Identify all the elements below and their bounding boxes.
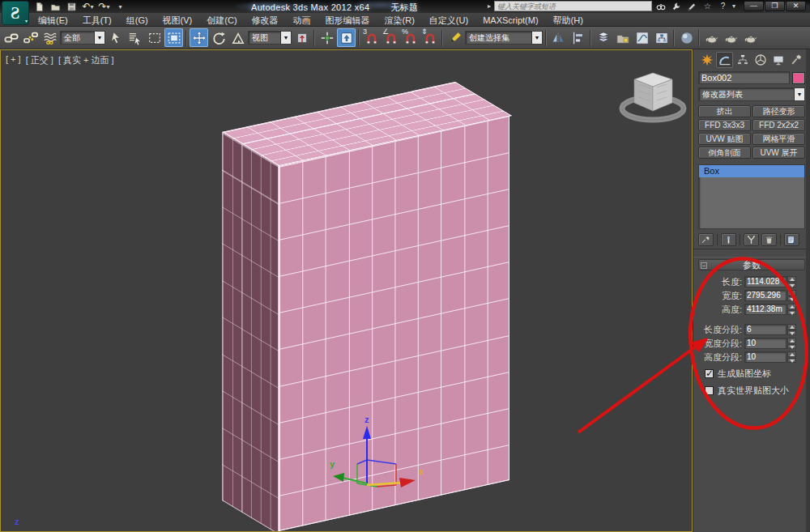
render-production-button[interactable] — [741, 28, 760, 47]
open-file-button[interactable] — [49, 1, 62, 12]
material-editor-button[interactable] — [677, 28, 696, 47]
extrude-button[interactable]: 挤出 — [698, 105, 751, 117]
tab-create[interactable] — [698, 52, 715, 68]
ffd-3x3x3-button[interactable]: FFD 3x3x3 — [698, 119, 751, 131]
spinner-down-icon[interactable] — [787, 358, 796, 364]
height-field[interactable]: 4112.38m — [744, 304, 787, 315]
favorites-button[interactable]: ☆ — [701, 1, 714, 11]
path-deform-button[interactable]: 路径变形 — [752, 105, 805, 117]
spinner-up-icon[interactable] — [787, 324, 796, 330]
make-unique-button[interactable] — [744, 233, 759, 246]
generate-mapping-coords-checkbox[interactable] — [705, 369, 714, 378]
menu-customize[interactable]: 自定义(U) — [422, 14, 475, 27]
select-object-button[interactable] — [106, 28, 125, 47]
help-dropdown-icon[interactable]: ▾ — [732, 2, 735, 10]
menu-group[interactable]: 组(G) — [119, 14, 156, 27]
object-color-swatch[interactable] — [792, 72, 805, 84]
menu-help[interactable]: 帮助(H) — [546, 14, 590, 27]
select-by-name-button[interactable] — [126, 28, 144, 47]
toggle-scene-explorer-button[interactable] — [613, 28, 632, 47]
perspective-viewport[interactable]: [ + ] [ 正交 ] [ 真实 + 边面 ] z — [0, 49, 693, 532]
spinner-down-icon[interactable] — [787, 283, 796, 288]
length-segs-spinner[interactable] — [787, 324, 796, 335]
height-segs-field[interactable]: 10 — [744, 351, 787, 363]
edit-named-selection-sets-button[interactable] — [446, 28, 464, 47]
menu-animation[interactable]: 动画 — [286, 14, 318, 27]
spinner-up-icon[interactable] — [787, 338, 796, 343]
layer-manager-button[interactable] — [594, 28, 612, 47]
align-button[interactable] — [569, 28, 587, 47]
modifier-list-dropdown[interactable]: 修改器列表 ▼ — [698, 87, 805, 101]
subscription-button[interactable] — [671, 1, 683, 11]
keyboard-shortcut-override-toggle[interactable] — [337, 28, 356, 47]
application-menu-button[interactable]: S ▾ — [2, 1, 29, 25]
spinner-down-icon[interactable] — [787, 296, 796, 302]
unwrap-uvw-button[interactable]: UVW 展开 — [752, 147, 805, 159]
real-world-map-size-checkbox[interactable] — [705, 386, 714, 395]
tab-display[interactable] — [770, 52, 787, 68]
undo-button[interactable]: ↶▾ — [81, 1, 95, 12]
width-segs-spinner[interactable] — [787, 338, 796, 349]
stack-item-box[interactable]: Box — [699, 165, 804, 177]
angle-snap-toggle[interactable]: ∠ — [382, 28, 400, 47]
redo-button[interactable]: ↷▾ — [97, 1, 111, 12]
width-spinner[interactable] — [787, 290, 796, 301]
menu-graph-editors[interactable]: 图形编辑器 — [318, 14, 377, 27]
bevel-profile-button[interactable]: 倒角剖面 — [698, 147, 751, 159]
object-name-field[interactable]: Box002 — [698, 71, 790, 84]
spinner-up-icon[interactable] — [787, 304, 796, 309]
viewport-menu-shading[interactable]: [ 真实 + 边面 ] — [58, 54, 114, 66]
viewport-menu-pov[interactable]: [ 正交 ] — [26, 54, 53, 66]
window-crossing-toggle[interactable] — [164, 28, 183, 47]
menu-modifiers[interactable]: 修改器 — [245, 14, 286, 27]
tab-motion[interactable] — [752, 52, 769, 68]
curve-editor-button[interactable] — [633, 28, 651, 47]
use-pivot-point-center-button[interactable] — [292, 28, 311, 47]
selection-filter-dropdown[interactable]: 全部 ▼ — [60, 31, 105, 45]
width-segs-field[interactable]: 10 — [744, 338, 787, 349]
modifier-stack[interactable]: Box — [698, 164, 805, 229]
menu-create[interactable]: 创建(C) — [199, 14, 244, 27]
maximize-button[interactable]: ❐ — [765, 1, 785, 11]
render-setup-button[interactable] — [702, 28, 721, 47]
box-side-face[interactable] — [222, 132, 279, 532]
viewcube-cube[interactable] — [634, 73, 672, 111]
search-input[interactable]: 键入关键字或短语 — [494, 1, 652, 11]
menu-maxscript[interactable]: MAXScript(M) — [475, 14, 545, 27]
qat-options-button[interactable]: ▾ — [113, 1, 127, 12]
viewcube[interactable] — [612, 66, 693, 131]
named-selection-sets-dropdown[interactable]: 创建选择集 ▼ — [465, 31, 543, 45]
schematic-view-button[interactable] — [652, 28, 671, 47]
spinner-up-icon[interactable] — [787, 276, 796, 282]
height-spinner[interactable] — [787, 304, 796, 315]
panel-scrollbar[interactable] — [806, 49, 810, 532]
search-button[interactable] — [655, 1, 667, 11]
configure-modifier-sets-button[interactable] — [784, 233, 799, 246]
tab-modify[interactable] — [716, 52, 733, 68]
communication-center-button[interactable] — [686, 1, 698, 11]
ffd-2x2x2-button[interactable]: FFD 2x2x2 — [752, 119, 805, 131]
viewport-menu-general[interactable]: [ + ] — [6, 54, 21, 66]
spinner-up-icon[interactable] — [787, 290, 796, 296]
menu-views[interactable]: 视图(V) — [156, 14, 200, 27]
snaps-toggle-3d[interactable]: 3 — [362, 28, 381, 47]
select-and-rotate-button[interactable] — [209, 28, 228, 47]
spinner-down-icon[interactable] — [787, 310, 796, 316]
length-segs-field[interactable]: 6 — [744, 324, 787, 335]
spinner-snap-toggle[interactable]: ⇕ — [420, 28, 439, 47]
menu-edit[interactable]: 编辑(E) — [31, 14, 75, 27]
spinner-down-icon[interactable] — [787, 330, 796, 336]
percent-snap-toggle[interactable]: % — [401, 28, 420, 47]
unlink-selection-button[interactable] — [21, 28, 40, 47]
width-field[interactable]: 2795.296 — [744, 290, 787, 301]
select-and-scale-button[interactable] — [228, 28, 247, 47]
bind-to-space-warp-button[interactable] — [40, 28, 59, 47]
length-spinner[interactable] — [787, 276, 796, 287]
pin-stack-button[interactable] — [698, 233, 714, 246]
select-and-link-button[interactable] — [2, 28, 20, 47]
tab-hierarchy[interactable] — [734, 52, 751, 68]
menu-tools[interactable]: 工具(T) — [75, 14, 119, 27]
rectangular-selection-region-button[interactable] — [145, 28, 164, 47]
remove-modifier-button[interactable] — [761, 233, 777, 246]
new-file-button[interactable] — [32, 1, 46, 12]
